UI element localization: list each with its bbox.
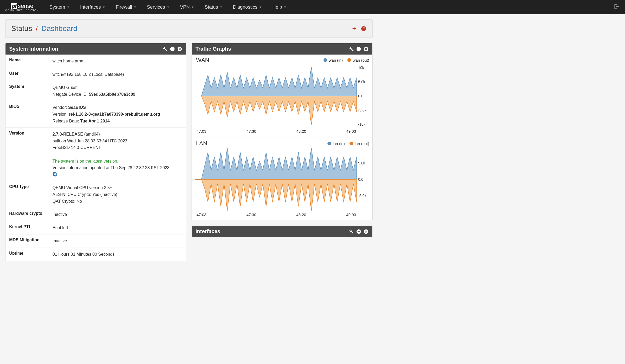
system-info-table: Name witch.home.arpa User witch@192.168.… [6,55,186,261]
wrench-icon[interactable] [349,46,354,52]
table-row: System QEMU Guest Netgate Device ID: 59e… [6,81,186,101]
table-row: Version 2.7.0-RELEASE (amd64) built on W… [6,128,186,181]
logout-icon [614,4,620,9]
table-row: BIOS Vendor: SeaBIOS Version: rel-1.16.2… [6,101,186,128]
x-axis: 47:03 47:30 48:20 49:03 [195,211,369,217]
nav-status[interactable]: Status▼ [205,4,223,10]
legend-dot-out-icon [347,58,351,62]
row-value: QEMU Guest Netgate Device ID: 59ed63a5fb… [49,81,186,101]
graph-legend: wan (in) wan (out) [324,58,369,62]
traffic-graph-wan: WAN wan (in) wan (out) 10k 5.0k 0.0 -5.0… [192,55,372,137]
logo[interactable]: pf sense COMMUNITY EDITION [5,3,39,12]
row-label: MDS Mitigation [6,234,49,248]
nav-firewall[interactable]: Firewall▼ [116,4,136,10]
breadcrumb-page[interactable]: Dashboard [41,24,77,33]
y-axis: 5.0k 0.0 -5.0k [357,148,369,211]
legend-out-label: wan (out) [353,58,369,62]
nav-help[interactable]: Help▼ [272,4,287,10]
graph-name: WAN [195,57,209,63]
minimize-icon[interactable] [170,46,175,52]
close-icon[interactable] [363,46,369,52]
traffic-graphs-panel: Traffic Graphs WAN wan (in) wan (out) [192,43,373,220]
lan-chart [195,148,357,211]
table-row: Uptime 01 Hours 01 Minutes 00 Seconds [6,248,186,261]
row-label: User [6,68,49,81]
row-value: Inactive [49,208,186,221]
legend-dot-in-icon [324,58,327,62]
row-value: Vendor: SeaBIOS Version: rel-1.16.2-0-ge… [49,101,186,128]
graph-legend: lan (in) lan (out) [327,141,369,146]
nav-items: System▼ Interfaces▼ Firewall▼ Services▼ … [49,4,614,10]
version-latest-text: The system is on the latest version. [52,159,118,163]
row-label: Version [6,128,49,181]
nav-services[interactable]: Services▼ [147,4,170,10]
caret-down-icon: ▼ [167,6,170,9]
legend-in-label: wan (in) [329,58,343,62]
wan-chart [195,65,357,127]
legend-dot-in-icon [327,142,331,145]
row-label: Uptime [6,248,49,261]
legend-out-label: lan (out) [355,141,369,146]
legend-in-label: lan (in) [333,141,345,146]
logo-sense: sense [18,3,33,9]
breadcrumb-separator: / [36,24,38,33]
svg-rect-9 [358,231,360,232]
navbar: pf sense COMMUNITY EDITION System▼ Inter… [0,0,625,14]
breadcrumb-bar: Status / Dashboard [5,19,373,38]
wrench-icon[interactable] [349,229,354,234]
traffic-graph-lan: LAN lan (in) lan (out) 5.0k 0.0 -5.0k [192,138,372,220]
row-label: Hardware crypto [6,208,49,221]
logo-pf: pf [11,3,17,9]
caret-down-icon: ▼ [259,6,262,9]
svg-rect-1 [171,49,173,49]
nav-vpn[interactable]: VPN▼ [180,4,194,10]
caret-down-icon: ▼ [134,6,136,9]
table-row: MDS Mitigation Inactive [6,234,186,248]
system-information-panel: System Information Name witch.home.arpa … [5,43,186,261]
x-axis: 47:03 47:30 48:20 49:03 [195,127,369,133]
row-label: Name [6,55,49,68]
row-label: Kernel PTI [6,221,49,234]
breadcrumb: Status / Dashboard [11,24,77,33]
close-icon[interactable] [363,229,369,234]
table-row: CPU Type QEMU Virtual CPU version 2.5+ A… [6,181,186,208]
nav-system[interactable]: System▼ [49,4,70,10]
row-label: BIOS [6,101,49,128]
logout-button[interactable] [614,4,620,10]
row-value: witch.home.arpa [49,55,186,68]
row-value: 01 Hours 01 Minutes 00 Seconds [49,248,186,261]
y-axis: 10k 5.0k 0.0 -5.0k -10k [357,65,369,127]
minimize-icon[interactable] [356,229,361,234]
panel-title: System Information [9,46,58,52]
refresh-icon[interactable] [52,172,58,177]
row-label: CPU Type [6,181,49,208]
panel-title: Interfaces [195,228,220,234]
table-row: User witch@192.168.10.2 (Local Database) [6,68,186,81]
graph-name: LAN [195,140,207,147]
panel-title: Traffic Graphs [195,46,231,52]
caret-down-icon: ▼ [102,6,105,9]
row-label: System [6,81,49,101]
caret-down-icon: ▼ [220,6,223,9]
caret-down-icon: ▼ [67,6,70,9]
caret-down-icon: ▼ [284,6,287,9]
row-value: 2.7.0-RELEASE (amd64) built on Wed Jun 2… [49,128,186,181]
table-row: Name witch.home.arpa [6,55,186,68]
add-widget-button[interactable] [351,26,357,31]
close-icon[interactable] [177,46,182,52]
nav-diagnostics[interactable]: Diagnostics▼ [233,4,262,10]
nav-interfaces[interactable]: Interfaces▼ [80,4,105,10]
svg-rect-4 [358,49,360,49]
row-value: Enabled [49,221,186,234]
row-value: Inactive [49,234,186,248]
caret-down-icon: ▼ [191,6,194,9]
row-value: QEMU Virtual CPU version 2.5+ AES-NI CPU… [49,181,186,208]
minimize-icon[interactable] [356,46,361,52]
row-value: witch@192.168.10.2 (Local Database) [49,68,186,81]
table-row: Hardware crypto Inactive [6,208,186,221]
interfaces-panel: Interfaces [192,226,373,237]
wrench-icon[interactable] [162,46,168,52]
legend-dot-out-icon [349,142,353,145]
help-button[interactable] [361,26,367,31]
breadcrumb-root[interactable]: Status [11,24,32,33]
